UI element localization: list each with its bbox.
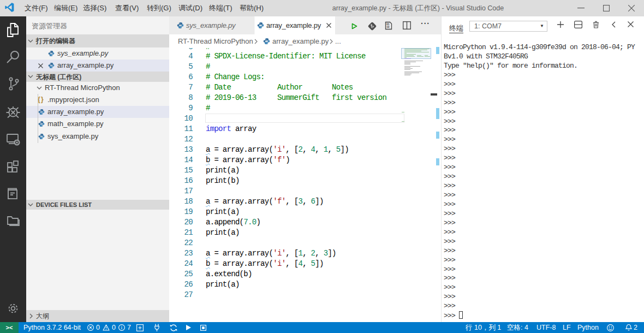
- svg-text:10: 10: [386, 26, 390, 28]
